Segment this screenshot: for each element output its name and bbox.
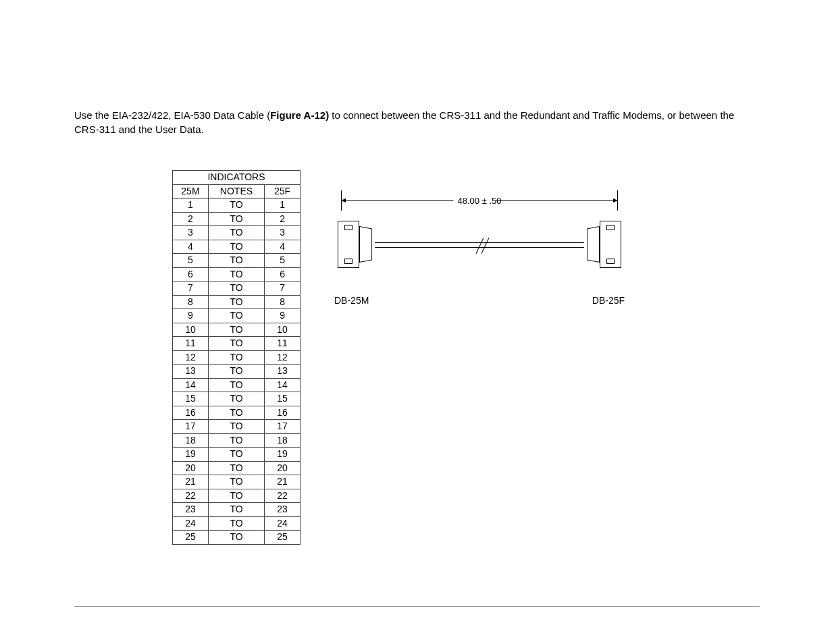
table-cell: 25 <box>265 531 301 545</box>
table-cell: TO <box>208 489 264 503</box>
table-cell: 7 <box>265 281 301 296</box>
table-cell: TO <box>208 503 264 517</box>
cable-diagram: 48.00 ± .50 DB-25M DB-25F <box>334 187 625 322</box>
table-row: 18TO18 <box>173 433 301 448</box>
table-cell: TO <box>208 378 264 392</box>
table-row: 15TO15 <box>173 392 301 406</box>
table-row: 5TO5 <box>173 254 301 268</box>
table-cell: TO <box>208 309 264 323</box>
table-cell: 12 <box>265 350 301 365</box>
dim-tick-right <box>617 190 618 211</box>
table-row: 1TO1 <box>173 198 301 213</box>
table-cell: 17 <box>173 420 209 434</box>
table-cell: 6 <box>173 267 209 281</box>
table-cell: 5 <box>173 254 209 268</box>
table-cell: 8 <box>265 295 301 309</box>
table-cell: 4 <box>173 240 209 254</box>
table-cell: 14 <box>265 378 301 392</box>
table-row: 10TO10 <box>173 323 301 337</box>
table-cell: TO <box>208 240 264 254</box>
table-cell: 19 <box>173 448 209 462</box>
connector-label-right: DB-25F <box>592 295 625 306</box>
table-cell: 23 <box>265 503 301 517</box>
table-cell: 22 <box>173 489 209 503</box>
connector-left <box>338 221 359 268</box>
table-cell: 5 <box>265 254 301 268</box>
table-cell: TO <box>208 267 264 281</box>
table-row: 4TO4 <box>173 240 301 254</box>
table-row: 22TO22 <box>173 489 301 503</box>
table-row: 11TO11 <box>173 337 301 351</box>
col-header-notes: NOTES <box>208 184 264 198</box>
table-cell: 13 <box>173 365 209 379</box>
table-row: 17TO17 <box>173 420 301 434</box>
table-cell: 6 <box>265 267 301 281</box>
table-cell: TO <box>208 323 264 337</box>
table-cell: TO <box>208 254 264 268</box>
table-row: 12TO12 <box>173 350 301 365</box>
table-cell: 25 <box>173 531 209 545</box>
table-cell: TO <box>208 198 264 213</box>
table-cell: TO <box>208 461 264 475</box>
table-row: 19TO19 <box>173 448 301 462</box>
table-cell: TO <box>208 365 264 379</box>
table-cell: 14 <box>173 378 209 392</box>
table-cell: 15 <box>265 392 301 406</box>
table-cell: 9 <box>265 309 301 323</box>
table-cell: TO <box>208 337 264 351</box>
table-cell: 2 <box>265 212 301 226</box>
col-header-25m: 25M <box>173 184 209 198</box>
footer-rule <box>74 606 760 607</box>
table-cell: 8 <box>173 295 209 309</box>
table-cell: 2 <box>173 212 209 226</box>
connector-face-icon <box>587 226 600 263</box>
connector-face-icon <box>359 226 372 263</box>
table-row: 7TO7 <box>173 281 301 296</box>
intro-paragraph: Use the EIA-232/422, EIA-530 Data Cable … <box>74 108 760 136</box>
table-row: 9TO9 <box>173 309 301 323</box>
connector-body-icon <box>600 221 621 268</box>
table-row: 14TO14 <box>173 378 301 392</box>
table-body: 1TO12TO23TO34TO45TO56TO67TO78TO89TO910TO… <box>173 198 301 545</box>
table-row: 13TO13 <box>173 365 301 379</box>
table-row: 2TO2 <box>173 212 301 226</box>
table-cell: 10 <box>173 323 209 337</box>
table-row: 23TO23 <box>173 503 301 517</box>
table-cell: 11 <box>173 337 209 351</box>
cable-break-icon <box>475 238 492 254</box>
table-cell: 16 <box>173 406 209 420</box>
col-header-25f: 25F <box>265 184 301 198</box>
indicators-table: INDICATORS 25M NOTES 25F 1TO12TO23TO34TO… <box>172 170 301 545</box>
content-row: INDICATORS 25M NOTES 25F 1TO12TO23TO34TO… <box>172 170 760 545</box>
table-cell: TO <box>208 475 264 489</box>
table-cell: 15 <box>173 392 209 406</box>
table-cell: 11 <box>265 337 301 351</box>
table-cell: 18 <box>173 433 209 448</box>
table-row: 25TO25 <box>173 531 301 545</box>
table-cell: 24 <box>265 516 301 531</box>
table-cell: 7 <box>173 281 209 296</box>
table-cell: 20 <box>265 461 301 475</box>
table-cell: 10 <box>265 323 301 337</box>
table-cell: 4 <box>265 240 301 254</box>
figure-ref: Figure A-12) <box>270 109 329 121</box>
table-cell: 1 <box>265 198 301 213</box>
table-cell: TO <box>208 392 264 406</box>
table-cell: 12 <box>173 350 209 365</box>
table-cell: TO <box>208 226 264 240</box>
table-cell: 22 <box>265 489 301 503</box>
table-cell: 18 <box>265 433 301 448</box>
table-cell: 20 <box>173 461 209 475</box>
connector-right <box>600 221 621 268</box>
table-cell: TO <box>208 516 264 531</box>
table-cell: TO <box>208 350 264 365</box>
table-cell: 9 <box>173 309 209 323</box>
table-cell: 21 <box>265 475 301 489</box>
table-cell: 3 <box>265 226 301 240</box>
table-cell: TO <box>208 212 264 226</box>
table-row: 16TO16 <box>173 406 301 420</box>
table-row: 6TO6 <box>173 267 301 281</box>
table-row: 3TO3 <box>173 226 301 240</box>
table-cell: TO <box>208 295 264 309</box>
table-cell: TO <box>208 420 264 434</box>
